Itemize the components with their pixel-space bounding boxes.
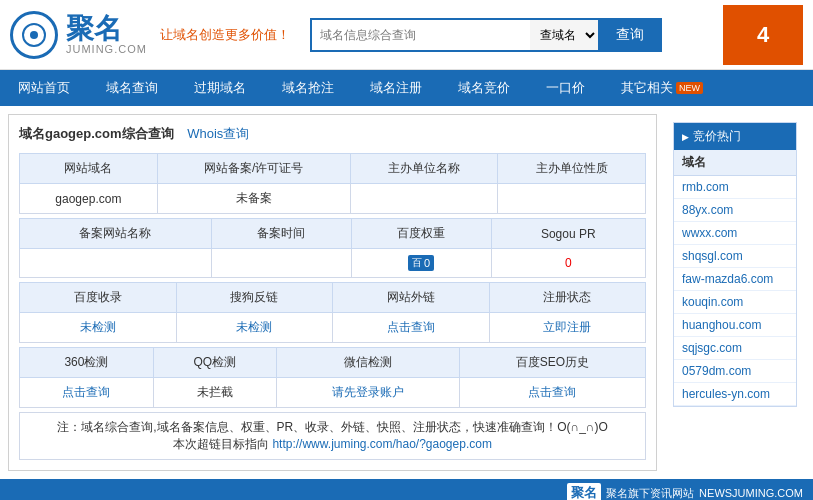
cell-wechat-val: 请先登录账户 bbox=[276, 378, 459, 408]
cell-sogoupr-val: 0 bbox=[491, 249, 645, 278]
sidebar-domain-col-label: 域名 bbox=[674, 150, 796, 176]
cell-baidu-seo-val: 点击查询 bbox=[459, 378, 645, 408]
col-360: 360检测 bbox=[20, 348, 154, 378]
footer-site: NEWSJUMING.COM bbox=[699, 487, 803, 499]
nav-item-fixed[interactable]: 一口价 bbox=[528, 70, 603, 106]
header: 聚名 JUMING.COM 让域名创造更多价值！ 查域名 查询 4 bbox=[0, 0, 813, 70]
col-baidu-seo: 百度SEO历史 bbox=[459, 348, 645, 378]
whois-link[interactable]: Whois查询 bbox=[187, 126, 249, 141]
col-wechat: 微信检测 bbox=[276, 348, 459, 378]
nav-bar: 网站首页 域名查询 过期域名 域名抢注 域名注册 域名竞价 一口价 其它相关 N… bbox=[0, 70, 813, 106]
logo-slogan: 让域名创造更多价值！ bbox=[160, 26, 290, 44]
logo-en: JUMING.COM bbox=[66, 43, 147, 55]
sidebar-item-2[interactable]: wwxx.com bbox=[674, 222, 796, 245]
col-beiantime: 备案时间 bbox=[211, 219, 351, 249]
logo-icon bbox=[10, 11, 58, 59]
logo-area: 聚名 JUMING.COM 让域名创造更多价值！ bbox=[10, 11, 290, 59]
sidebar-hot-header: 竞价热门 bbox=[674, 123, 796, 150]
main-content: 域名gaogep.com综合查询 Whois查询 网站域名 网站备案/许可证号 … bbox=[0, 106, 813, 479]
col-sogou-backlink: 搜狗反链 bbox=[176, 283, 333, 313]
footer-bar: 聚名 聚名旗下资讯网站 NEWSJUMING.COM bbox=[0, 479, 813, 500]
baidu-weight-num: 0 bbox=[424, 257, 430, 269]
sidebar-item-4[interactable]: faw-mazda6.com bbox=[674, 268, 796, 291]
logo-text: 聚名 JUMING.COM bbox=[66, 15, 147, 55]
sidebar-item-6[interactable]: huanghou.com bbox=[674, 314, 796, 337]
sidebar-item-3[interactable]: shqsgl.com bbox=[674, 245, 796, 268]
logo-inner-icon bbox=[22, 23, 46, 47]
nav-item-home[interactable]: 网站首页 bbox=[0, 70, 88, 106]
baidu-icon: 百 bbox=[412, 256, 422, 270]
cell-sogou-backlink-val: 未检测 bbox=[176, 313, 333, 343]
cell-baidu-index-val: 未检测 bbox=[20, 313, 177, 343]
cell-baiduweight-val: 百 0 bbox=[351, 249, 491, 278]
col-reg-status: 注册状态 bbox=[489, 283, 646, 313]
sidebar: 竞价热门 域名 rmb.com 88yx.com wwxx.com shqsgl… bbox=[665, 114, 805, 471]
cell-sitename-val bbox=[20, 249, 212, 278]
cell-beian-val: 未备案 bbox=[157, 184, 350, 214]
search-input[interactable] bbox=[310, 18, 530, 52]
cell-domain-val: gaogep.com bbox=[20, 184, 158, 214]
sidebar-hot-label: 竞价热门 bbox=[693, 128, 741, 145]
sidebar-item-8[interactable]: 0579dm.com bbox=[674, 360, 796, 383]
cell-orgtype-val bbox=[498, 184, 646, 214]
nav-item-domain-query[interactable]: 域名查询 bbox=[88, 70, 176, 106]
cell-360-val: 点击查询 bbox=[20, 378, 154, 408]
header-right-badge: 4 bbox=[723, 5, 803, 65]
cell-org-val bbox=[350, 184, 498, 214]
footer-label: 聚名旗下资讯网站 bbox=[606, 486, 694, 501]
note-text2: 本次超链目标指向 bbox=[173, 437, 269, 451]
note-cell: 注：域名综合查询,域名备案信息、权重、PR、收录、外链、快照、注册状态，快速准确… bbox=[20, 413, 646, 460]
sidebar-item-9[interactable]: hercules-yn.com bbox=[674, 383, 796, 406]
col-baidu-weight: 百度权重 bbox=[351, 219, 491, 249]
nav-item-expired[interactable]: 过期域名 bbox=[176, 70, 264, 106]
note-table: 注：域名综合查询,域名备案信息、权重、PR、收录、外链、快照、注册状态，快速准确… bbox=[19, 412, 646, 460]
search-area: 查域名 查询 bbox=[310, 18, 713, 52]
col-sitename: 备案网站名称 bbox=[20, 219, 212, 249]
note-link[interactable]: http://www.juming.com/hao/?gaogep.com bbox=[272, 437, 491, 451]
sidebar-item-7[interactable]: sqjsgc.com bbox=[674, 337, 796, 360]
weight-table: 备案网站名称 备案时间 百度权重 Sogou PR 百 0 0 bbox=[19, 218, 646, 278]
index-table: 百度收录 搜狗反链 网站外链 注册状态 未检测 未检测 点击查询 立即注册 bbox=[19, 282, 646, 343]
sidebar-item-1[interactable]: 88yx.com bbox=[674, 199, 796, 222]
search-select[interactable]: 查域名 bbox=[530, 18, 598, 52]
page-title: 域名gaogep.com综合查询 bbox=[19, 126, 174, 141]
col-domain: 网站域名 bbox=[20, 154, 158, 184]
col-sogou-pr: Sogou PR bbox=[491, 219, 645, 249]
search-button[interactable]: 查询 bbox=[598, 18, 662, 52]
col-baidu-index: 百度收录 bbox=[20, 283, 177, 313]
note-text: 注：域名综合查询,域名备案信息、权重、PR、收录、外链、快照、注册状态，快速准确… bbox=[57, 420, 608, 434]
col-orgtype: 主办单位性质 bbox=[498, 154, 646, 184]
beian-table: 网站域名 网站备案/许可证号 主办单位名称 主办单位性质 gaogep.com … bbox=[19, 153, 646, 214]
col-org: 主办单位名称 bbox=[350, 154, 498, 184]
nav-item-grab[interactable]: 域名抢注 bbox=[264, 70, 352, 106]
cell-external-link-val: 点击查询 bbox=[333, 313, 490, 343]
nav-item-other[interactable]: 其它相关 NEW bbox=[603, 70, 721, 106]
col-beian: 网站备案/许可证号 bbox=[157, 154, 350, 184]
footer-logo: 聚名 聚名旗下资讯网站 NEWSJUMING.COM bbox=[567, 483, 803, 500]
col-qq: QQ检测 bbox=[153, 348, 276, 378]
nav-item-register[interactable]: 域名注册 bbox=[352, 70, 440, 106]
nav-badge-new: NEW bbox=[676, 82, 703, 94]
nav-item-bid[interactable]: 域名竞价 bbox=[440, 70, 528, 106]
sidebar-item-0[interactable]: rmb.com bbox=[674, 176, 796, 199]
baidu-weight-badge: 百 0 bbox=[408, 255, 434, 271]
cell-reg-status-val: 立即注册 bbox=[489, 313, 646, 343]
content-title: 域名gaogep.com综合查询 Whois查询 bbox=[19, 125, 646, 143]
detect-table: 360检测 QQ检测 微信检测 百度SEO历史 点击查询 未拦截 请先登录账户 … bbox=[19, 347, 646, 408]
content-area: 域名gaogep.com综合查询 Whois查询 网站域名 网站备案/许可证号 … bbox=[8, 114, 657, 471]
sidebar-item-5[interactable]: kouqin.com bbox=[674, 291, 796, 314]
cell-beiantime-val bbox=[211, 249, 351, 278]
sidebar-hot-section: 竞价热门 域名 rmb.com 88yx.com wwxx.com shqsgl… bbox=[673, 122, 797, 407]
footer-logo-cn: 聚名 bbox=[567, 483, 601, 500]
col-external-link: 网站外链 bbox=[333, 283, 490, 313]
logo-cn: 聚名 bbox=[66, 15, 147, 43]
cell-qq-val: 未拦截 bbox=[153, 378, 276, 408]
